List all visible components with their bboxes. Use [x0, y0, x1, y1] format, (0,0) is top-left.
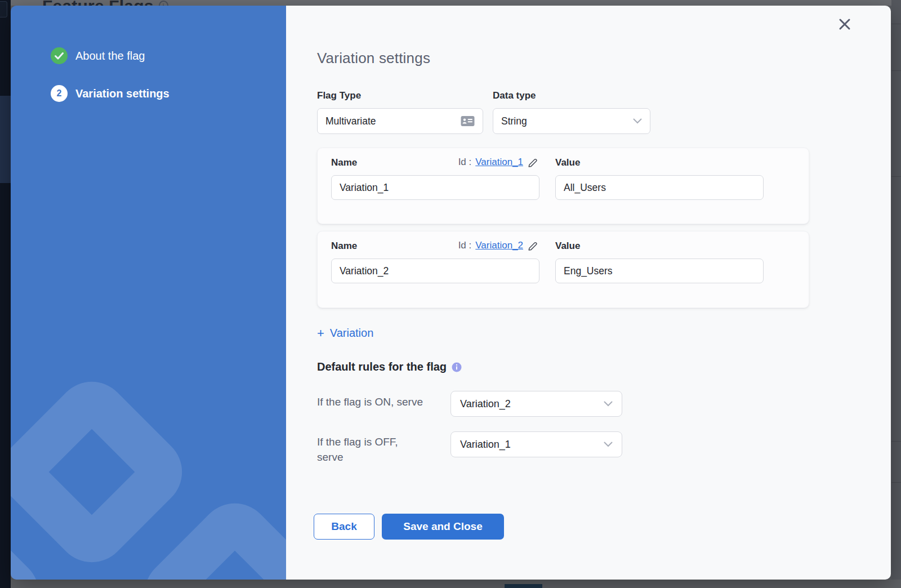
id-prefix: Id : [458, 240, 472, 251]
variation-id-link[interactable]: Variation_1 [475, 157, 523, 168]
plus-icon: + [317, 328, 324, 339]
variation-id-group: Id : Variation_2 [331, 239, 538, 252]
close-icon[interactable] [837, 17, 852, 32]
backdrop-sidebar-button-fragment [0, 1, 7, 17]
chevron-down-icon [604, 442, 613, 447]
variation-settings-dialog: About the flag 2 Variation settings Vari… [11, 6, 891, 580]
step-variation-settings[interactable]: 2 Variation settings [51, 84, 170, 103]
step-label: Variation settings [75, 87, 170, 100]
id-prefix: Id : [458, 157, 472, 168]
variation-id-link[interactable]: Variation_2 [475, 240, 523, 251]
chevron-down-icon [604, 401, 613, 407]
backdrop-row-divider [891, 482, 901, 483]
variation-card: Name Id : Variation_1 Value [317, 148, 809, 224]
variation-name-input[interactable] [331, 259, 539, 283]
save-and-close-button[interactable]: Save and Close [382, 514, 504, 540]
backdrop-table-fragment [891, 0, 901, 588]
data-type-select[interactable]: String [493, 108, 650, 134]
chevron-down-icon [633, 118, 642, 124]
backdrop-bottom-strip [11, 580, 901, 588]
step-number-badge: 2 [51, 85, 68, 102]
variation-name-input[interactable] [331, 175, 539, 200]
wizard-sidebar: About the flag 2 Variation settings [11, 6, 286, 580]
flag-off-variation-value: Variation_1 [460, 439, 511, 451]
value-label: Value [555, 157, 580, 168]
backdrop-app-sidebar [0, 0, 11, 588]
flag-on-variation-select[interactable]: Variation_2 [450, 391, 622, 417]
variation-value-input[interactable] [555, 175, 764, 200]
add-variation-button[interactable]: + Variation [317, 327, 373, 340]
step-label: About the flag [75, 50, 145, 63]
edit-pencil-icon[interactable] [527, 157, 538, 168]
backdrop-row-divider [891, 176, 901, 177]
check-icon [51, 47, 68, 64]
dialog-content: Variation settings Flag Type Data type M… [286, 6, 891, 580]
backdrop-row-divider [891, 441, 901, 442]
flag-type-field[interactable]: Multivariate [317, 108, 483, 134]
step-about-the-flag[interactable]: About the flag [51, 47, 145, 65]
flag-off-rule-label: If the flag is OFF, serve [317, 434, 398, 465]
backdrop-dark-box [505, 584, 542, 588]
edit-pencil-icon[interactable] [527, 240, 538, 252]
flag-type-value: Multivariate [325, 115, 376, 127]
variation-card: Name Id : Variation_2 Value [317, 231, 809, 308]
value-label: Value [555, 240, 580, 252]
flag-off-variation-select[interactable]: Variation_1 [450, 431, 622, 457]
default-rules-heading-text: Default rules for the flag [317, 360, 447, 373]
variation-id-group: Id : Variation_1 [331, 156, 538, 168]
info-icon[interactable] [452, 362, 462, 372]
backdrop-row-divider [891, 24, 901, 24]
flag-type-label: Flag Type [317, 90, 361, 101]
data-type-label: Data type [493, 90, 536, 101]
add-variation-label: Variation [330, 327, 373, 340]
data-type-value: String [501, 115, 527, 127]
flag-on-variation-value: Variation_2 [460, 398, 511, 410]
variation-value-input[interactable] [555, 259, 764, 283]
flag-on-rule-label: If the flag is ON, serve [317, 394, 423, 409]
default-rules-heading: Default rules for the flag [317, 360, 462, 373]
logo-watermark-ring [11, 367, 197, 577]
backdrop-sidebar-selected-item [0, 96, 11, 183]
dialog-title: Variation settings [317, 50, 430, 67]
multivariate-card-icon [461, 115, 475, 127]
back-button[interactable]: Back [314, 514, 374, 540]
backdrop-row-divider [891, 70, 901, 71]
